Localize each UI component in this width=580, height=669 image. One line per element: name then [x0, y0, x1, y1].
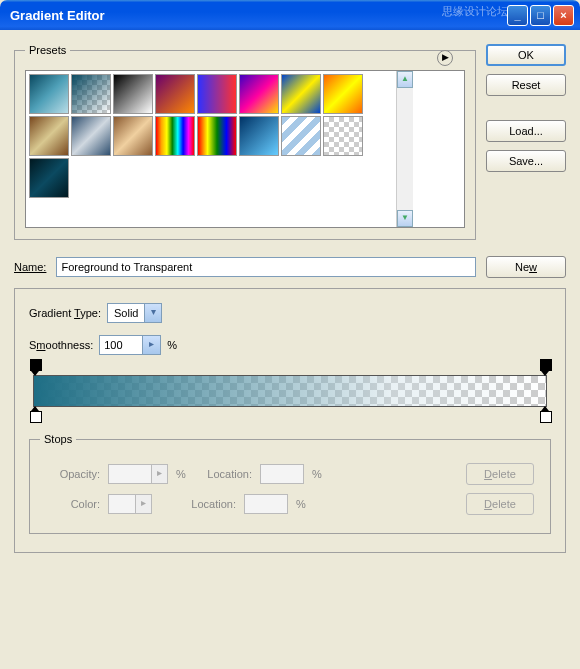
window-buttons: _ □ ×: [507, 5, 574, 26]
color-location-field: [244, 494, 288, 514]
location-label: Location:: [180, 498, 236, 510]
preset-swatch[interactable]: [29, 74, 69, 114]
name-label: Name:: [14, 261, 46, 273]
ok-button[interactable]: OK: [486, 44, 566, 66]
preset-swatch[interactable]: [197, 116, 237, 156]
stops-label: Stops: [40, 433, 76, 445]
scroll-up-icon[interactable]: ▲: [397, 71, 413, 88]
preset-swatch[interactable]: [197, 74, 237, 114]
opacity-stop-left[interactable]: [29, 359, 41, 373]
gradient-bar[interactable]: [33, 375, 547, 407]
opacity-location-field: [260, 464, 304, 484]
color-swatch: [108, 494, 136, 514]
opacity-label: Opacity:: [40, 468, 100, 480]
chevron-right-icon: ▸: [136, 494, 152, 514]
close-button[interactable]: ×: [553, 5, 574, 26]
presets-scrollbar[interactable]: ▲ ▼: [396, 71, 413, 227]
load-button[interactable]: Load...: [486, 120, 566, 142]
presets-label: Presets: [25, 44, 70, 56]
opacity-stop-right[interactable]: [539, 359, 551, 373]
smoothness-label: Smoothness:: [29, 339, 93, 351]
preset-swatch[interactable]: [29, 158, 69, 198]
preset-swatch[interactable]: [113, 116, 153, 156]
preset-swatch[interactable]: [281, 74, 321, 114]
preset-swatch[interactable]: [323, 74, 363, 114]
chevron-right-icon: ▸: [143, 335, 161, 355]
gradient-bar-area: [33, 375, 547, 407]
chevron-down-icon: ▾: [144, 303, 162, 323]
delete-color-button: Delete: [466, 493, 534, 515]
location-label: Location:: [196, 468, 252, 480]
reset-button[interactable]: Reset: [486, 74, 566, 96]
maximize-button[interactable]: □: [530, 5, 551, 26]
opacity-field: [108, 464, 152, 484]
gradient-type-select[interactable]: Solid ▾: [107, 303, 162, 323]
color-stop-right[interactable]: [539, 409, 551, 423]
preset-swatch[interactable]: [29, 116, 69, 156]
minimize-button[interactable]: _: [507, 5, 528, 26]
stops-group: Stops Opacity: ▸ % Location: % Delete Co…: [29, 433, 551, 534]
presets-group: Presets ▶ ▲ ▼: [14, 44, 476, 240]
delete-opacity-button: Delete: [466, 463, 534, 485]
preset-swatch[interactable]: [281, 116, 321, 156]
smoothness-suffix: %: [167, 339, 177, 351]
preset-swatch[interactable]: [71, 116, 111, 156]
color-label: Color:: [40, 498, 100, 510]
gradient-type-label: Gradient Type:: [29, 307, 101, 319]
scroll-down-icon[interactable]: ▼: [397, 210, 413, 227]
chevron-right-icon: ▸: [152, 464, 168, 484]
preset-swatch[interactable]: [323, 116, 363, 156]
preset-swatch[interactable]: [155, 74, 195, 114]
preset-grid: [26, 71, 396, 227]
new-button[interactable]: New: [486, 256, 566, 278]
smoothness-input[interactable]: ▸: [99, 335, 161, 355]
preset-swatch[interactable]: [239, 116, 279, 156]
preset-swatch[interactable]: [113, 74, 153, 114]
window-title: Gradient Editor: [6, 8, 507, 23]
save-button[interactable]: Save...: [486, 150, 566, 172]
preset-swatch[interactable]: [71, 74, 111, 114]
name-input[interactable]: [56, 257, 476, 277]
watermark: 思缘设计论坛: [442, 4, 508, 19]
color-stop-left[interactable]: [29, 409, 41, 423]
gradient-settings-group: Gradient Type: Solid ▾ Smoothness: ▸ % S…: [14, 288, 566, 553]
presets-menu-button[interactable]: ▶: [437, 50, 453, 66]
preset-swatch[interactable]: [155, 116, 195, 156]
preset-swatch[interactable]: [239, 74, 279, 114]
titlebar: Gradient Editor 思缘设计论坛 _ □ ×: [0, 0, 580, 30]
